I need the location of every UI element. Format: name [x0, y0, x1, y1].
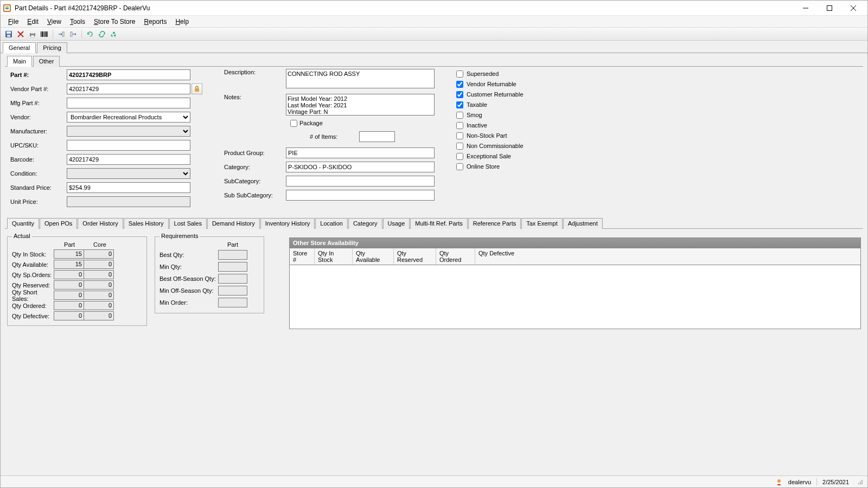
- upc-input[interactable]: [67, 140, 190, 151]
- menu-edit[interactable]: Edit: [23, 17, 43, 27]
- label-taxable: Taxable: [467, 101, 487, 108]
- req-value[interactable]: [218, 286, 247, 296]
- svg-rect-14: [31, 31, 34, 34]
- product-group-input[interactable]: [286, 147, 435, 158]
- nav-out-icon[interactable]: [68, 29, 78, 39]
- lock-button[interactable]: [192, 84, 202, 94]
- package-checkbox[interactable]: [290, 120, 297, 127]
- subtab-sales-history[interactable]: Sales History: [124, 218, 169, 229]
- menu-view[interactable]: View: [43, 17, 66, 27]
- label-upc: UPC/SKU:: [10, 142, 67, 149]
- tab-main[interactable]: Main: [7, 56, 32, 67]
- avail-col-instock[interactable]: Qty In Stock: [315, 248, 353, 265]
- subtab-lost-sales[interactable]: Lost Sales: [169, 218, 207, 229]
- subcategory-input[interactable]: [286, 176, 435, 187]
- customer-ret-checkbox[interactable]: [456, 91, 463, 98]
- svg-point-31: [861, 480, 863, 481]
- req-value[interactable]: [218, 298, 247, 307]
- req-value[interactable]: [218, 262, 247, 272]
- menu-file[interactable]: File: [4, 17, 23, 27]
- subtab-location[interactable]: Location: [315, 218, 348, 229]
- subtab-quantity[interactable]: Quantity: [7, 218, 39, 229]
- manufacturer-select[interactable]: [67, 126, 190, 137]
- actual-row-label: Qty Defective:: [12, 313, 54, 319]
- notes-input[interactable]: First Model Year: 2012 Last Model Year: …: [286, 94, 435, 115]
- req-value[interactable]: [218, 250, 247, 260]
- subtab-open-pos[interactable]: Open POs: [40, 218, 77, 229]
- recycle-icon[interactable]: [109, 29, 119, 39]
- menu-tools[interactable]: Tools: [66, 17, 90, 27]
- tab-general[interactable]: General: [3, 42, 36, 53]
- actual-core-value: 0: [84, 270, 114, 279]
- delete-icon[interactable]: [16, 29, 25, 39]
- part-no-input[interactable]: [67, 69, 190, 80]
- tab-pricing[interactable]: Pricing: [37, 42, 67, 53]
- close-button[interactable]: [841, 1, 865, 16]
- noncomm-checkbox[interactable]: [456, 143, 463, 150]
- requirements-rows: Best Qty:Min Qty:Best Off-Season Qty:Min…: [159, 249, 259, 309]
- nonstock-checkbox[interactable]: [456, 132, 463, 139]
- unit-price-input[interactable]: [67, 196, 190, 207]
- svg-point-30: [860, 481, 861, 483]
- barcode-input[interactable]: [67, 154, 190, 165]
- condition-select[interactable]: [67, 168, 190, 179]
- minimize-button[interactable]: [794, 1, 818, 16]
- menu-help[interactable]: Help: [171, 17, 193, 27]
- save-icon[interactable]: [4, 29, 14, 39]
- label-nonstock: Non-Stock Part: [467, 132, 507, 139]
- refresh-icon[interactable]: [85, 29, 95, 39]
- vendor-ret-checkbox[interactable]: [456, 81, 463, 88]
- actual-core-value: 0: [84, 280, 114, 290]
- maximize-button[interactable]: [818, 1, 841, 16]
- subtab-adjustment[interactable]: Adjustment: [563, 218, 603, 229]
- taxable-checkbox[interactable]: [456, 101, 463, 108]
- nav-in-icon[interactable]: [56, 29, 66, 39]
- subsubcategory-input[interactable]: [286, 190, 435, 201]
- avail-col-defective[interactable]: Qty Defective: [475, 248, 860, 265]
- avail-col-store[interactable]: Store #: [290, 248, 315, 265]
- description-input[interactable]: CONNECTING ROD ASSY: [286, 69, 435, 88]
- menu-store-to-store[interactable]: Store To Store: [90, 17, 140, 27]
- avail-col-reserved[interactable]: Qty Reserved: [394, 248, 436, 265]
- req-label: Best Qty:: [159, 252, 218, 258]
- requirements-groupbox: Requirements Part Best Qty:Min Qty:Best …: [155, 236, 264, 313]
- avail-col-available[interactable]: Qty Available: [353, 248, 394, 265]
- avail-col-ordered[interactable]: Qty Ordered: [436, 248, 475, 265]
- mfg-part-input[interactable]: [67, 98, 190, 108]
- subtab-demand-history[interactable]: Demand History: [207, 218, 260, 229]
- actual-row: Qty Short Sales:00: [12, 290, 142, 300]
- subtab-category[interactable]: Category: [348, 218, 382, 229]
- category-input[interactable]: [286, 162, 435, 172]
- num-items-input[interactable]: [359, 131, 395, 142]
- resize-grip-icon[interactable]: [857, 478, 863, 486]
- subtab-tax-exempt[interactable]: Tax Exempt: [521, 218, 562, 229]
- vendor-part-input[interactable]: [67, 84, 190, 94]
- requirements-row: Min Order:: [159, 297, 259, 309]
- sync-icon[interactable]: [97, 29, 107, 39]
- actual-part-value: 0: [54, 291, 84, 300]
- subtab-usage[interactable]: Usage: [383, 218, 410, 229]
- svg-rect-19: [44, 31, 45, 37]
- smog-checkbox[interactable]: [456, 112, 463, 119]
- subtab-order-history[interactable]: Order History: [78, 218, 123, 229]
- tab-other[interactable]: Other: [33, 56, 60, 67]
- subtab-inventory-history[interactable]: Inventory History: [260, 218, 315, 229]
- menu-reports[interactable]: Reports: [139, 17, 171, 27]
- exceptional-checkbox[interactable]: [456, 153, 463, 160]
- inactive-checkbox[interactable]: [456, 122, 463, 129]
- label-part-no: Part #:: [10, 72, 67, 78]
- label-online: Online Store: [467, 163, 500, 170]
- form-area: Part #: Vendor Part #: Mfg Part #: Vendo…: [5, 67, 863, 213]
- barcode-icon[interactable]: [40, 29, 49, 39]
- svg-rect-23: [71, 32, 72, 36]
- print-icon[interactable]: [28, 29, 37, 39]
- subtab-multifit[interactable]: Multi-fit Ref. Parts: [410, 218, 467, 229]
- superseded-checkbox[interactable]: [456, 70, 463, 78]
- actual-row-label: Qty Available:: [12, 261, 54, 268]
- subtab-reference-parts[interactable]: Reference Parts: [468, 218, 521, 229]
- online-checkbox[interactable]: [456, 163, 463, 170]
- req-value[interactable]: [218, 274, 247, 284]
- svg-rect-5: [827, 5, 832, 10]
- vendor-select[interactable]: Bombardier Recreational Products: [67, 112, 190, 123]
- std-price-input[interactable]: [67, 182, 190, 193]
